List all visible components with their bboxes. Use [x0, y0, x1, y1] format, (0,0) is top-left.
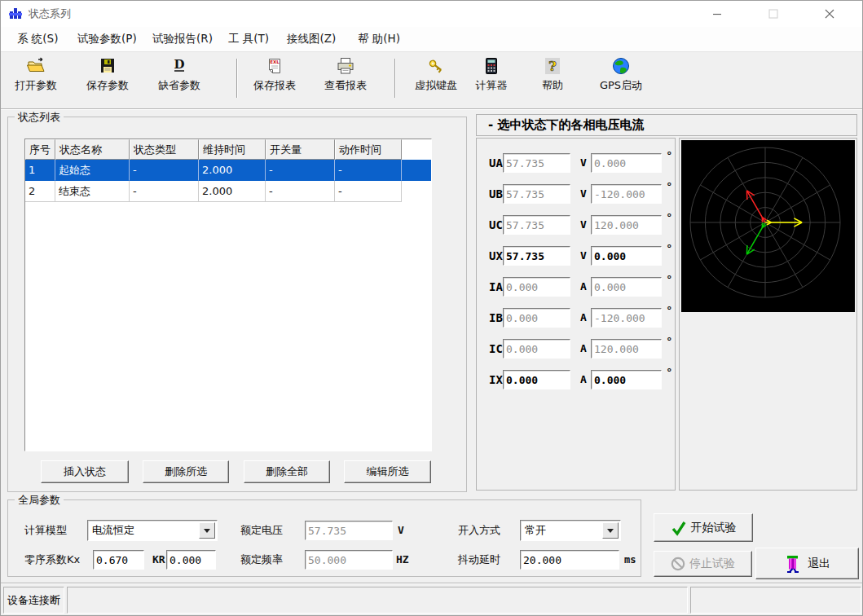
debounce-input[interactable]	[520, 550, 619, 570]
cell-hold-time: 2.000	[199, 160, 266, 181]
table-row[interactable]: 1 起始态 - 2.000 - -	[25, 160, 431, 181]
uc-angle-input[interactable]	[591, 215, 662, 235]
toolbar-label: 缺省参数	[158, 79, 200, 91]
ia-angle-input[interactable]	[591, 277, 662, 297]
svg-text:D: D	[174, 57, 184, 72]
ib-value-input[interactable]	[503, 308, 570, 328]
toolbar-label: 保存报表	[253, 79, 296, 91]
ux-angle-input[interactable]	[591, 246, 662, 266]
maximize-button[interactable]	[755, 1, 792, 26]
unit-label: A	[580, 370, 587, 389]
global-params-groupbox: 全局参数 计算模型 电流恒定 额定电压 V 零序系数Kx KR 额定频率 HZ …	[7, 499, 641, 577]
rated-freq-input[interactable]	[305, 550, 393, 570]
ic-angle-input[interactable]	[591, 339, 662, 359]
cell-state-type: -	[130, 181, 199, 202]
save-report-button[interactable]: EXL 保存报表	[244, 55, 305, 105]
ix-value-input[interactable]	[503, 370, 570, 389]
rated-voltage-label: 额定电压	[240, 520, 283, 541]
menu-test-params[interactable]: 试验参数(P)	[74, 27, 140, 51]
default-params-button[interactable]: D 缺省参数	[149, 55, 209, 105]
insert-state-button[interactable]: 插入状态	[41, 460, 129, 483]
rated-voltage-unit: V	[398, 520, 404, 541]
ua-value-input[interactable]	[503, 153, 570, 173]
toolbar-label: 虚拟键盘	[415, 79, 457, 91]
state-table[interactable]: 序号 状态名称 状态类型 维持时间 开关量 动作时间 1 起始态 - 2.000…	[24, 139, 432, 451]
rated-voltage-input[interactable]	[305, 521, 393, 540]
stop-test-button: 停止试验	[654, 551, 752, 577]
minimize-button[interactable]	[698, 1, 736, 26]
uc-value-input[interactable]	[503, 215, 570, 235]
degree-symbol: °	[667, 211, 672, 223]
divider	[1, 583, 862, 584]
phasor-panel	[679, 138, 857, 491]
degree-symbol: °	[667, 304, 672, 316]
delete-all-button[interactable]: 删除全部	[244, 460, 330, 483]
status-extra	[690, 587, 861, 614]
cell-state-type: -	[130, 160, 199, 181]
stop-test-label: 停止试验	[689, 557, 735, 571]
view-report-button[interactable]: 查看报表	[315, 55, 376, 105]
chevron-down-icon[interactable]	[199, 522, 215, 539]
ua-angle-input[interactable]	[591, 153, 662, 173]
toolbar-label: 查看报表	[324, 79, 367, 91]
svg-text:?: ?	[548, 58, 557, 74]
cell-seq: 2	[25, 181, 55, 202]
phase-label: UA	[489, 153, 503, 173]
unit-label: A	[580, 277, 587, 297]
toolbar-label: 保存参数	[86, 79, 129, 91]
open-params-button[interactable]: 打开参数	[6, 55, 66, 105]
cell-switch: -	[266, 181, 335, 202]
help-button[interactable]: ? 帮助	[531, 55, 575, 105]
close-button[interactable]	[811, 1, 848, 26]
start-test-button[interactable]: 开始试验	[654, 513, 753, 542]
menu-bar: 系 统(S) 试验参数(P) 试验报告(R) 工 具(T) 接线图(Z) 帮 助…	[1, 27, 862, 52]
menu-system[interactable]: 系 统(S)	[14, 27, 61, 51]
ub-angle-input[interactable]	[591, 184, 662, 204]
debounce-label: 抖动延时	[458, 549, 500, 570]
menu-test-report[interactable]: 试验报告(R)	[149, 27, 216, 51]
phase-label: IC	[489, 339, 503, 359]
ib-angle-input[interactable]	[591, 308, 662, 328]
edit-selected-button[interactable]: 编辑所选	[344, 460, 431, 483]
virtual-keyboard-button[interactable]: 虚拟键盘	[406, 55, 466, 105]
phase-panel-title: - 选中状态下的各相电压电流	[476, 114, 857, 136]
column-header: 状态名称	[55, 139, 130, 160]
exit-label: 退出	[808, 557, 830, 571]
menu-help[interactable]: 帮 助(H)	[354, 27, 403, 51]
menu-tools[interactable]: 工 具(T)	[225, 27, 272, 51]
calculator-button[interactable]: 计算器	[466, 55, 517, 105]
save-params-button[interactable]: 保存参数	[77, 55, 138, 105]
state-list-group-title: 状态列表	[15, 110, 64, 125]
phase-label: IX	[489, 370, 503, 389]
menu-wiring[interactable]: 接线图(Z)	[284, 27, 339, 51]
phase-values-panel: UA V ° UB V ° UC V ° UX V ° IA A ° IB A …	[476, 138, 676, 491]
degree-symbol: °	[667, 366, 672, 378]
ix-angle-input[interactable]	[591, 370, 662, 389]
unit-label: A	[580, 339, 587, 359]
save-icon	[98, 56, 117, 76]
default-params-icon: D	[170, 56, 189, 76]
gps-globe-icon	[611, 56, 631, 76]
ic-value-input[interactable]	[503, 339, 570, 359]
calc-model-select[interactable]: 电流恒定	[87, 520, 218, 541]
chevron-down-icon[interactable]	[602, 522, 619, 539]
ub-value-input[interactable]	[503, 184, 570, 204]
ux-value-input[interactable]	[503, 246, 570, 266]
global-params-group-title: 全局参数	[15, 493, 64, 508]
delete-selected-button[interactable]: 删除所选	[143, 460, 229, 483]
ia-value-input[interactable]	[503, 277, 570, 297]
column-header: 状态类型	[130, 139, 199, 160]
state-list-groupbox: 状态列表 序号 状态名称 状态类型 维持时间 开关量 动作时间 1 起始态 - …	[7, 117, 467, 492]
zero-seq-input[interactable]	[93, 550, 144, 570]
table-row[interactable]: 2 结束态 - 2.000 - -	[25, 181, 431, 202]
toolbar-separator	[236, 59, 238, 98]
unit-label: V	[580, 246, 587, 266]
app-window: 状态系列 系 统(S) 试验参数(P) 试验报告(R) 工 具(T) 接线图(Z…	[0, 0, 863, 616]
cell-switch: -	[266, 160, 335, 181]
app-icon	[8, 7, 23, 21]
gps-start-button[interactable]: GPS启动	[586, 55, 656, 105]
kr-input[interactable]	[166, 550, 216, 570]
exit-button[interactable]: 退出	[755, 548, 859, 579]
input-mode-select[interactable]: 常开	[520, 520, 621, 541]
cell-state-name: 结束态	[55, 181, 130, 202]
